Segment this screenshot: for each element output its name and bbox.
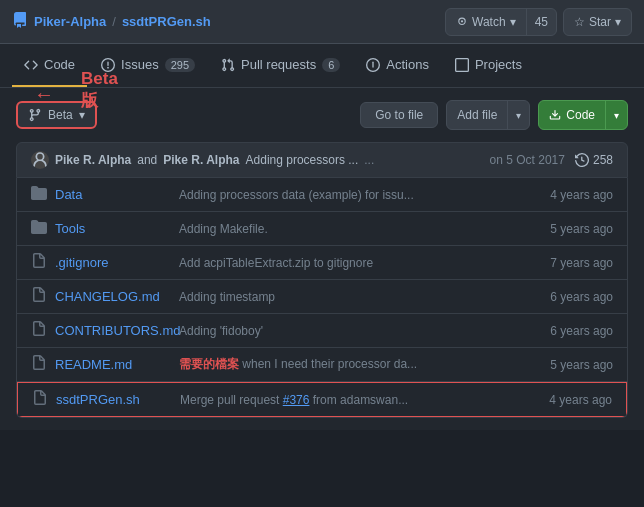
file-time-ssdt: 4 years ago [522,393,612,407]
file-time-contributors: 6 years ago [523,324,613,338]
watch-text: Watch [472,15,506,29]
watch-button[interactable]: Watch ▾ 45 [445,8,557,36]
file-time-gitignore: 7 years ago [523,256,613,270]
file-icon-ssdt [32,390,50,409]
top-bar: Piker-Alpha / ssdtPRGen.sh Watch ▾ 45 ☆ … [0,0,644,44]
branch-dropdown-icon: ▾ [79,108,85,122]
commit-count-number[interactable]: 258 [593,153,613,167]
star-icon: ☆ [574,15,585,29]
code-text: Code [566,108,595,122]
file-row-tools: Tools Adding Makefile. 5 years ago [17,212,627,246]
folder-icon-tools [31,219,49,238]
commit-and: and [137,153,157,167]
branch-label: Beta [48,108,73,122]
file-name-gitignore[interactable]: .gitignore [49,255,179,270]
code-label: Code [539,101,606,129]
file-name-tools[interactable]: Tools [49,221,179,236]
file-row-data: Data Adding processors data (example) fo… [17,178,627,212]
file-row-contributors: CONTRIBUTORS.md Adding 'fidoboy' 6 years… [17,314,627,348]
tab-code[interactable]: Code [12,44,87,87]
repo-owner[interactable]: Piker-Alpha [34,14,106,29]
file-commit-changelog: Adding timestamp [179,290,523,304]
tab-pull-requests[interactable]: Pull requests 6 [209,44,352,87]
repo-header: Piker-Alpha / ssdtPRGen.sh [12,12,211,31]
star-label: Star [589,15,611,29]
file-commit-ssdt: Merge pull request #376 from adamswan... [180,393,522,407]
file-icon-contributors [31,321,49,340]
pr-link[interactable]: #376 [283,393,310,407]
file-time-changelog: 6 years ago [523,290,613,304]
file-commit-tools: Adding Makefile. [179,222,523,236]
commit-message: Adding processors ... [246,153,359,167]
commit-count: 258 [575,153,613,167]
file-commit-readme: 需要的檔案 when I need their processor da... [179,356,523,373]
file-row-ssdt: → ssdtPRGen.sh Merge pull request #376 f… [17,382,627,417]
code-button[interactable]: Code ▾ [538,100,628,130]
repo-icon [12,12,28,31]
branch-button[interactable]: Beta ▾ [16,101,97,129]
folder-icon [31,185,49,204]
commit-date: on 5 Oct 2017 [490,153,565,167]
file-table: Data Adding processors data (example) fo… [16,178,628,418]
file-action-buttons: Go to file Add file ▾ Code ▾ [360,100,628,130]
commit-bar: Pike R. Alpha and Pike R. Alpha Adding p… [16,142,628,178]
commit-info: Pike R. Alpha and Pike R. Alpha Adding p… [31,151,374,169]
file-icon-readme [31,355,49,374]
commit-author2[interactable]: Pike R. Alpha [163,153,239,167]
repo-name[interactable]: ssdtPRGen.sh [122,14,211,29]
file-commit-contributors: Adding 'fidoboy' [179,324,523,338]
go-to-file-button[interactable]: Go to file [360,102,438,128]
file-time-data: 4 years ago [523,188,613,202]
file-name-readme[interactable]: README.md [49,357,179,372]
tab-pr-label: Pull requests [241,57,316,72]
add-file-button[interactable]: Add file ▾ [446,100,530,130]
file-name-contributors[interactable]: CONTRIBUTORS.md [49,323,179,338]
readme-annotation-text: 需要的檔案 [179,357,239,371]
branch-wrapper: Beta 版 ← Beta ▾ [16,101,97,129]
file-name-changelog[interactable]: CHANGELOG.md [49,289,179,304]
file-row-readme: README.md 需要的檔案 when I need their proces… [17,348,627,382]
separator: / [112,14,116,29]
tab-code-label: Code [44,57,75,72]
action-row: Beta 版 ← Beta ▾ Go to file Add file ▾ [16,100,628,130]
pr-badge: 6 [322,58,340,72]
add-file-dropdown-icon: ▾ [508,101,529,129]
commit-meta: on 5 Oct 2017 258 [490,153,613,167]
file-commit-data: Adding processors data (example) for iss… [179,188,523,202]
tab-actions[interactable]: Actions [354,44,441,87]
file-name-data[interactable]: Data [49,187,179,202]
file-row-changelog: CHANGELOG.md Adding timestamp 6 years ag… [17,280,627,314]
watch-count[interactable]: 45 [527,9,556,35]
watch-label[interactable]: Watch ▾ [446,9,527,35]
issues-badge: 295 [165,58,195,72]
readme-commit-text: when I need their processor da... [242,357,417,371]
nav-tabs: Code Issues 295 Pull requests 6 Actions … [0,44,644,88]
tab-actions-label: Actions [386,57,429,72]
file-time-tools: 5 years ago [523,222,613,236]
top-bar-actions: Watch ▾ 45 ☆ Star ▾ [445,8,632,36]
page: Piker-Alpha / ssdtPRGen.sh Watch ▾ 45 ☆ … [0,0,644,430]
file-row-gitignore: .gitignore Add acpiTableExtract.zip to g… [17,246,627,280]
tab-issues[interactable]: Issues 295 [89,44,207,87]
file-commit-gitignore: Add acpiTableExtract.zip to gitignore [179,256,523,270]
tab-issues-label: Issues [121,57,159,72]
tab-projects[interactable]: Projects [443,44,534,87]
commit-author1[interactable]: Pike R. Alpha [55,153,131,167]
file-name-ssdt[interactable]: ssdtPRGen.sh [50,392,180,407]
add-file-label: Add file [447,101,508,129]
tab-projects-label: Projects [475,57,522,72]
main-content: Beta 版 ← Beta ▾ Go to file Add file ▾ [0,88,644,430]
file-icon-gitignore [31,253,49,272]
star-button[interactable]: ☆ Star ▾ [563,8,632,36]
code-dropdown-icon: ▾ [606,101,627,129]
watch-dropdown-icon: ▾ [510,15,516,29]
commit-ellipsis: ... [364,153,374,167]
file-icon-changelog [31,287,49,306]
star-dropdown-icon: ▾ [615,15,621,29]
file-time-readme: 5 years ago [523,358,613,372]
